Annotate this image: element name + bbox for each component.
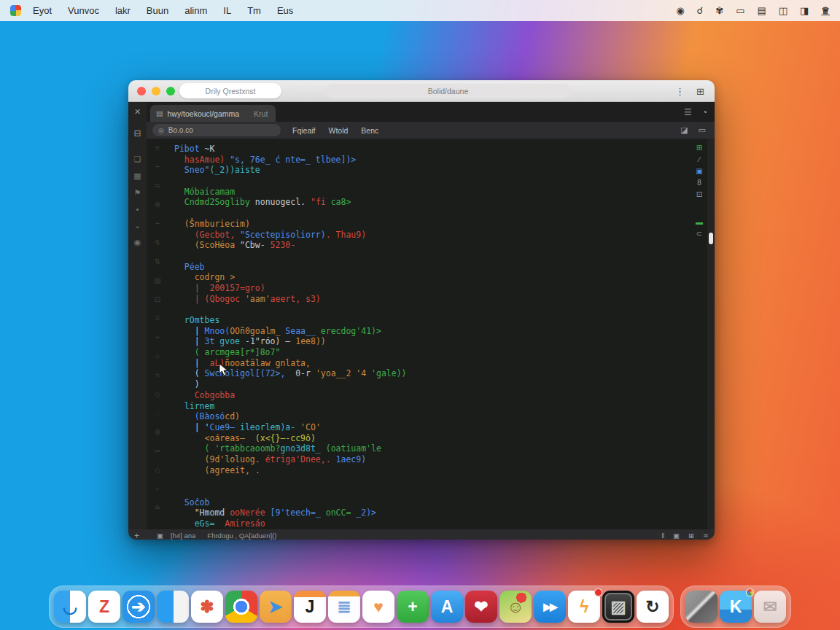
bookmark-icon[interactable]: ⚑ [134,188,141,198]
titlebar-icons: ⋮⊞ [675,80,704,102]
menu-item[interactable]: Eus [277,5,293,16]
code-line: Cndmd2Sogliby nonuogecl. "fi ca8> [174,197,691,208]
pause-icon[interactable]: ‖ [661,532,664,540]
code-line: Sneo"(_2))aiste [174,165,691,176]
toolbar-menu-item[interactable]: Fqieaif [292,126,316,135]
more-vertical-icon[interactable]: ⋮ [675,86,685,97]
titlebar-left-pill[interactable]: Drily Qrestxnst [179,83,281,98]
bird-dock-icon[interactable]: ➤ [260,591,292,623]
add-button[interactable]: + [134,531,139,540]
editor-window: Drily Qrestxnst Bolid/daune ⋮⊞ ✕ ⊟ ❏▦⚑•⌄… [128,80,715,540]
k-app-dock-icon[interactable]: K [720,591,752,623]
film-dock-icon[interactable]: ▨ [602,591,634,623]
more-dots-icon[interactable]: ≍ [703,532,709,540]
activity-bar-icons: ❏▦⚑•⌄◉ [133,155,141,247]
code-area[interactable]: ≡+≒⊕÷↯⇅▤⊡∓+⊹≈◇◌⊕≔◇∘≗ Pibot ~K hasAmue) "… [147,139,715,529]
gutter-glyph: ÷ [155,219,160,238]
plus-dock-icon[interactable]: + [397,591,429,623]
a-app-dock-icon[interactable]: A [431,591,463,623]
shortcuts-status-icon[interactable]: ☌ [697,5,704,16]
menu-item[interactable]: Tm [247,5,261,16]
rows-status-icon[interactable]: ▤ [757,5,766,16]
finder-dock-icon[interactable]: ◡ [54,591,86,623]
code-line: ( 'rtabbcaoomb?gno3d8t_ (oatiuam'le [174,443,691,454]
gutter-glyph: ⊕ [155,201,160,219]
menu-item[interactable]: Buun [147,5,168,16]
scrollbar[interactable] [707,139,715,529]
code-line: | 'Cue9— ileorlem)a- 'CO' [174,422,691,433]
mail-envelope-dock-icon[interactable]: ✉ [754,591,786,623]
menu-item[interactable]: IL [223,5,231,16]
branch-label[interactable]: [h4] ana [171,532,195,540]
flower-status-icon[interactable]: ✾ [715,5,723,16]
tab-title: hwy/toekoucl/gamma [167,109,239,118]
dock: ◡Z➔✽➤J≣♥+A❤☺▶▶ϟ▨↻ K✉ [0,586,840,628]
gutter-glyph: + [155,163,160,182]
chat-heart-dock-icon[interactable]: ❤ [465,591,497,623]
search-input[interactable]: ◎ Bo.o.co [152,124,281,136]
bolt-dock-icon[interactable]: ϟ [568,591,600,623]
gutter-glyph: ∓ [155,314,160,333]
path-label: Fhrdogu , QA[aduen]() [207,532,276,540]
grid-layout-icon[interactable]: ⊞ [688,532,694,540]
slash-marker-icon: ∕ [699,155,700,167]
close-panel-icon[interactable]: ✕ [134,107,141,117]
chrome-dock-icon[interactable] [225,591,257,623]
activity-bar: ✕ ⊟ ❏▦⚑•⌄◉ [128,102,147,529]
titlebar-address-pill[interactable]: Bolid/daune [326,84,570,98]
circle-menu-icon[interactable]: ◔ [702,107,707,117]
send-arrow-dock-icon[interactable]: ➔ [122,591,155,623]
gutter-glyph: ≗ [155,504,160,523]
toolbar-menu-item[interactable]: Wtold [329,126,349,135]
menu-item[interactable]: alinm [184,5,207,16]
gutter-glyph: ⊕ [155,428,160,447]
display-status-icon[interactable]: ▭ [736,5,744,16]
split-editor-icon[interactable]: ◪ [680,125,688,135]
stop-icon[interactable]: ▣ [673,532,680,540]
notes-dock-icon[interactable]: ≣ [328,591,360,623]
dot-icon[interactable]: • [136,205,139,214]
code-line: (Gecbot, "Scectepisoliorr). Thau9) [174,230,691,241]
battery-status-icon[interactable]: ◫ [779,5,788,16]
gutter-glyph: ≒ [155,182,160,201]
profile-status-icon[interactable]: ♕ [821,5,830,16]
health-heart-dock-icon[interactable]: ♥ [362,591,394,623]
comment-icon[interactable]: ❏ [134,155,141,164]
character-dock-icon[interactable]: ☺ [499,591,532,623]
journal-dock-icon[interactable]: J [294,591,326,623]
photos-dock-icon[interactable]: ✽ [191,591,223,623]
editor-tab[interactable]: ▤ hwy/toekoucl/gamma Krut [150,105,276,122]
bookmark-panel-icon[interactable]: ▭ [699,125,706,135]
menu-item[interactable]: Eyot [33,5,52,16]
split-panel-dock-icon[interactable] [157,591,189,623]
code-line: Cobgobba [174,390,691,401]
record-status-icon[interactable]: ◉ [676,5,684,16]
scrollbar-thumb[interactable] [709,233,713,244]
zigzag-dock-icon[interactable]: Z [88,591,120,623]
code-line [174,486,691,497]
rock-thumbnail-dock-icon[interactable] [685,591,718,623]
close-window-button[interactable] [137,87,146,96]
target-icon[interactable]: ◉ [134,238,141,247]
toolbar-menu-item[interactable]: Benc [361,126,378,135]
layout-grid-icon[interactable]: ⊞ [696,86,704,97]
hamburger-menu-icon[interactable]: ☰ [684,107,692,117]
code-lines[interactable]: Pibot ~K hasAmue) "s, 76e_ ć nte=_ tlbee… [168,139,691,529]
code-line: (ScoHéoa "Cbw- 5230- [174,240,691,251]
play-dock-icon[interactable]: ▶▶ [534,591,566,623]
panel-icon[interactable]: ▣ [157,532,163,540]
code-line: hasAmue) "s, 76e_ ć nte=_ tlbee])> [174,155,691,166]
chevron-down-icon[interactable]: ⌄ [134,221,141,230]
signal-status-icon[interactable]: ◨ [800,5,809,16]
zoom-window-button[interactable] [166,87,175,96]
minimize-window-button[interactable] [152,87,160,96]
menu-item[interactable]: lakr [115,5,131,16]
code-line: | Mnoo(OOñ0goalm_ Seaa__ erecdog'41)> [174,326,691,337]
loop-dock-icon[interactable]: ↻ [637,591,669,623]
app-logo-icon[interactable] [10,5,21,16]
green-box-marker-icon: ⊞ [696,144,702,155]
sidebar-toggle-icon[interactable]: ⊟ [133,128,141,139]
grid-icon[interactable]: ▦ [133,171,141,181]
menu-item[interactable]: Vunvoc [68,5,99,16]
window-titlebar[interactable]: Drily Qrestxnst Bolid/daune ⋮⊞ [128,80,715,102]
